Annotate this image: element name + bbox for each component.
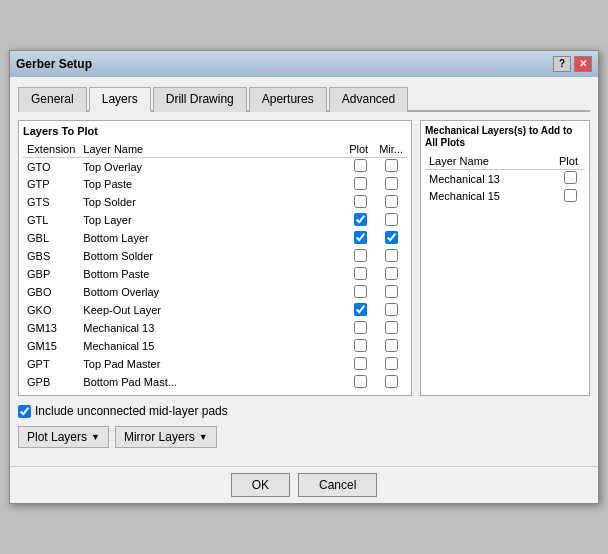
tab-apertures[interactable]: Apertures bbox=[249, 87, 327, 112]
layer-ext: GKO bbox=[23, 301, 79, 319]
layer-mirror-checkbox[interactable] bbox=[385, 285, 398, 298]
help-button[interactable]: ? bbox=[553, 56, 571, 72]
mech-layer-name: Mechanical 13 bbox=[425, 169, 555, 187]
layer-plot-checkbox[interactable] bbox=[354, 321, 367, 334]
layer-mirror-checkbox[interactable] bbox=[385, 375, 398, 388]
layers-table-row: GM15 Mechanical 15 bbox=[23, 337, 407, 355]
layers-table-row: GTO Top Overlay bbox=[23, 157, 407, 175]
layer-plot-cell bbox=[345, 211, 375, 229]
mech-section-title: Mechanical Layers(s) to Add to All Plots bbox=[425, 125, 585, 149]
layer-mirror-cell bbox=[375, 283, 407, 301]
col-header-plot: Plot bbox=[345, 141, 375, 158]
layers-table-row: GTP Top Paste bbox=[23, 175, 407, 193]
layer-name: Bottom Pad Mast... bbox=[79, 373, 345, 391]
bottom-area: Include unconnected mid-layer pads bbox=[18, 404, 590, 418]
ok-button[interactable]: OK bbox=[231, 473, 290, 497]
layers-table-row: GPB Bottom Pad Mast... bbox=[23, 373, 407, 391]
layer-plot-checkbox[interactable] bbox=[354, 195, 367, 208]
layer-name: Top Pad Master bbox=[79, 355, 345, 373]
layer-plot-checkbox[interactable] bbox=[354, 285, 367, 298]
title-bar-controls: ? ✕ bbox=[553, 56, 592, 72]
layer-mirror-checkbox[interactable] bbox=[385, 357, 398, 370]
layer-mirror-checkbox[interactable] bbox=[385, 267, 398, 280]
layer-mirror-cell bbox=[375, 337, 407, 355]
col-header-layer-name: Layer Name bbox=[79, 141, 345, 158]
tab-drill-drawing[interactable]: Drill Drawing bbox=[153, 87, 247, 112]
layer-plot-checkbox[interactable] bbox=[354, 357, 367, 370]
layer-mirror-cell bbox=[375, 265, 407, 283]
mech-col-header-plot: Plot bbox=[555, 153, 585, 170]
mech-plot-checkbox[interactable] bbox=[564, 171, 577, 184]
layer-plot-cell bbox=[345, 337, 375, 355]
include-checkbox-row: Include unconnected mid-layer pads bbox=[18, 404, 228, 418]
layer-mirror-cell bbox=[375, 319, 407, 337]
tab-layers[interactable]: Layers bbox=[89, 87, 151, 112]
col-header-mirror: Mir... bbox=[375, 141, 407, 158]
layer-name: Keep-Out Layer bbox=[79, 301, 345, 319]
layer-plot-checkbox[interactable] bbox=[354, 339, 367, 352]
tab-advanced[interactable]: Advanced bbox=[329, 87, 408, 112]
layers-table-row: GBL Bottom Layer bbox=[23, 229, 407, 247]
layer-plot-checkbox[interactable] bbox=[354, 159, 367, 172]
layer-name: Top Overlay bbox=[79, 157, 345, 175]
layer-mirror-checkbox[interactable] bbox=[385, 339, 398, 352]
layers-to-plot-section: Layers To Plot Extension Layer Name Plot… bbox=[18, 120, 412, 397]
layer-ext: GBL bbox=[23, 229, 79, 247]
mech-col-header-name: Layer Name bbox=[425, 153, 555, 170]
mech-table-row: Mechanical 13 bbox=[425, 169, 585, 187]
layer-ext: GM15 bbox=[23, 337, 79, 355]
layer-mirror-checkbox[interactable] bbox=[385, 303, 398, 316]
layer-mirror-checkbox[interactable] bbox=[385, 321, 398, 334]
layer-mirror-checkbox[interactable] bbox=[385, 213, 398, 226]
layer-mirror-cell bbox=[375, 193, 407, 211]
mirror-layers-label: Mirror Layers bbox=[124, 430, 195, 444]
tab-general[interactable]: General bbox=[18, 87, 87, 112]
mirror-layers-button[interactable]: Mirror Layers ▼ bbox=[115, 426, 217, 448]
layer-mirror-checkbox[interactable] bbox=[385, 159, 398, 172]
layer-mirror-cell bbox=[375, 175, 407, 193]
tab-bar: General Layers Drill Drawing Apertures A… bbox=[18, 85, 590, 112]
layer-plot-checkbox[interactable] bbox=[354, 231, 367, 244]
layer-mirror-cell bbox=[375, 301, 407, 319]
close-button[interactable]: ✕ bbox=[574, 56, 592, 72]
layer-name: Bottom Paste bbox=[79, 265, 345, 283]
layers-table-row: GBP Bottom Paste bbox=[23, 265, 407, 283]
layers-table-row: GPT Top Pad Master bbox=[23, 355, 407, 373]
mirror-layers-arrow-icon: ▼ bbox=[199, 432, 208, 442]
include-unconnected-checkbox[interactable] bbox=[18, 405, 31, 418]
mech-table: Layer Name Plot Mechanical 13 Mechanical… bbox=[425, 153, 585, 206]
layer-plot-cell bbox=[345, 319, 375, 337]
layer-plot-checkbox[interactable] bbox=[354, 177, 367, 190]
layer-name: Mechanical 15 bbox=[79, 337, 345, 355]
dialog-buttons: OK Cancel bbox=[10, 466, 598, 503]
layer-plot-checkbox[interactable] bbox=[354, 303, 367, 316]
layers-table-row: GBO Bottom Overlay bbox=[23, 283, 407, 301]
mech-plot-checkbox[interactable] bbox=[564, 189, 577, 202]
layer-mirror-checkbox[interactable] bbox=[385, 249, 398, 262]
layer-mirror-checkbox[interactable] bbox=[385, 177, 398, 190]
layers-table-row: GKO Keep-Out Layer bbox=[23, 301, 407, 319]
layer-mirror-checkbox[interactable] bbox=[385, 195, 398, 208]
layer-plot-cell bbox=[345, 193, 375, 211]
layer-ext: GM13 bbox=[23, 319, 79, 337]
plot-layers-arrow-icon: ▼ bbox=[91, 432, 100, 442]
col-header-extension: Extension bbox=[23, 141, 79, 158]
layer-plot-cell bbox=[345, 265, 375, 283]
cancel-button[interactable]: Cancel bbox=[298, 473, 377, 497]
mechanical-layers-section: Mechanical Layers(s) to Add to All Plots… bbox=[420, 120, 590, 397]
layer-ext: GPB bbox=[23, 373, 79, 391]
layer-plot-cell bbox=[345, 157, 375, 175]
layer-plot-checkbox[interactable] bbox=[354, 267, 367, 280]
layer-mirror-cell bbox=[375, 355, 407, 373]
layer-plot-checkbox[interactable] bbox=[354, 249, 367, 262]
layer-ext: GTP bbox=[23, 175, 79, 193]
layer-plot-cell bbox=[345, 301, 375, 319]
layer-mirror-cell bbox=[375, 157, 407, 175]
layer-plot-checkbox[interactable] bbox=[354, 375, 367, 388]
plot-layers-button[interactable]: Plot Layers ▼ bbox=[18, 426, 109, 448]
layer-name: Mechanical 13 bbox=[79, 319, 345, 337]
layer-plot-cell bbox=[345, 373, 375, 391]
layer-mirror-checkbox[interactable] bbox=[385, 231, 398, 244]
main-area: Layers To Plot Extension Layer Name Plot… bbox=[18, 120, 590, 397]
layer-plot-checkbox[interactable] bbox=[354, 213, 367, 226]
